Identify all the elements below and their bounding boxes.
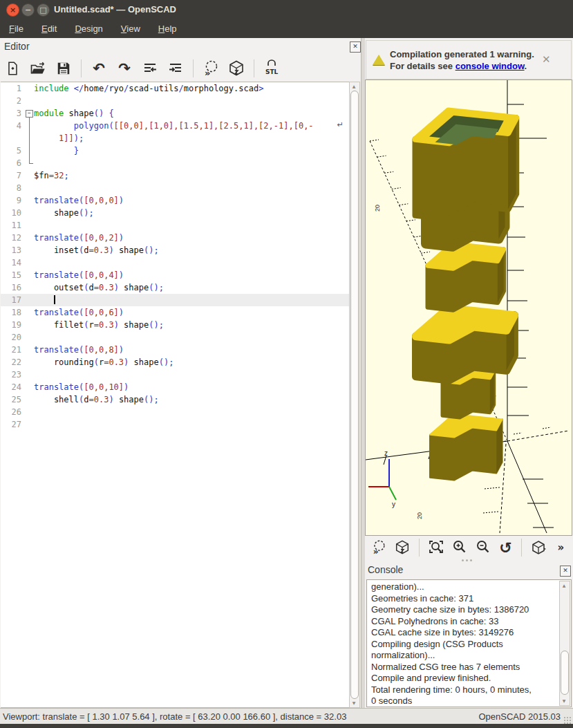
- code-row[interactable]: 13 inset(d=0.3) shape();: [1, 244, 349, 256]
- scroll-up-icon[interactable]: ▲: [350, 84, 358, 89]
- reset-view-icon: ↺: [499, 539, 511, 557]
- 3d-viewport[interactable]: 20 20 z y: [365, 80, 572, 536]
- zoom-in-button[interactable]: [451, 538, 468, 557]
- more-icon: »: [558, 541, 565, 554]
- indent-button[interactable]: [166, 59, 185, 78]
- code-row[interactable]: 7$fn=32;: [1, 169, 349, 182]
- zoom-out-button[interactable]: [475, 538, 491, 557]
- code-row[interactable]: 1include </home/ryo/scad-utils/morpholog…: [1, 82, 349, 95]
- warning-text-after: .: [525, 61, 527, 71]
- code-row[interactable]: 27: [1, 418, 349, 431]
- viewport-status-text: Viewport: translate = [ 1.30 1.07 5.64 ]…: [3, 711, 346, 722]
- menu-design[interactable]: Design: [66, 24, 111, 34]
- console-panel-title: Console: [368, 564, 403, 575]
- code-row[interactable]: 21translate([0,0,8]): [1, 344, 349, 356]
- save-file-button[interactable]: [54, 59, 73, 78]
- console-scrollbar-thumb[interactable]: [561, 651, 569, 695]
- reset-view-button[interactable]: ↺: [498, 538, 513, 557]
- shape-fillet: [428, 244, 504, 310]
- shape-outset: [416, 308, 514, 380]
- render-icon: [394, 539, 411, 556]
- menu-help[interactable]: Help: [149, 24, 186, 34]
- unindent-icon: [142, 60, 158, 77]
- code-editor[interactable]: 1include </home/ryo/scad-utils/morpholog…: [1, 82, 350, 708]
- perspective-button[interactable]: [530, 538, 547, 557]
- viewport-toolbar: » ↺: [365, 535, 571, 560]
- console-close-icon[interactable]: ✕: [560, 566, 571, 577]
- code-row[interactable]: 17: [1, 294, 349, 306]
- code-row[interactable]: 16 outset(d=0.3) shape();: [1, 281, 349, 294]
- console-splitter-handle[interactable]: [456, 559, 477, 563]
- new-file-button[interactable]: [3, 59, 22, 78]
- axis-tick-label: 20: [374, 205, 381, 212]
- export-stl-button[interactable]: STL: [262, 59, 281, 78]
- code-row[interactable]: 11: [1, 219, 349, 232]
- scroll-up-icon[interactable]: ▲: [560, 583, 568, 588]
- console-rows: generation)...Geometries in cache: 371Ge…: [371, 581, 558, 707]
- toolbar-more-button[interactable]: »: [554, 538, 568, 557]
- toolbar-separator: [521, 539, 522, 557]
- code-row[interactable]: 24translate([0,0,10]): [1, 381, 349, 393]
- window-close-button[interactable]: ×: [6, 3, 19, 17]
- editor-scrollbar-thumb[interactable]: [350, 91, 359, 699]
- console-log[interactable]: generation)...Geometries in cache: 371Ge…: [366, 579, 572, 707]
- open-file-button[interactable]: [28, 59, 48, 78]
- preview-button[interactable]: »: [201, 59, 220, 78]
- redo-button[interactable]: ↷: [115, 59, 134, 78]
- console-scrollbar[interactable]: ▲ ▼: [559, 581, 570, 706]
- console-window-link[interactable]: console window: [455, 61, 525, 71]
- code-row[interactable]: 3module shape() {: [1, 107, 349, 120]
- scroll-down-icon[interactable]: ▼: [350, 700, 358, 706]
- code-row[interactable]: 15translate([0,0,4]): [1, 269, 349, 281]
- menu-view[interactable]: View: [112, 24, 149, 34]
- warning-icon: [373, 55, 385, 65]
- warning-close-icon[interactable]: ✕: [542, 55, 551, 65]
- code-row[interactable]: 20: [1, 331, 349, 344]
- code-row[interactable]: 1]]);: [1, 132, 349, 144]
- code-row[interactable]: 14: [1, 256, 349, 269]
- preview-icon: »: [370, 539, 387, 556]
- code-row[interactable]: 10 shape();: [1, 207, 349, 219]
- render-button[interactable]: [227, 59, 246, 78]
- zoom-all-button[interactable]: [428, 538, 444, 557]
- indent-icon: [167, 60, 184, 77]
- code-row[interactable]: 2: [1, 95, 349, 107]
- vp-preview-button[interactable]: »: [370, 538, 387, 557]
- undo-button[interactable]: ↶: [89, 59, 109, 78]
- code-row[interactable]: 8: [1, 182, 349, 194]
- menu-edit[interactable]: Edit: [32, 24, 66, 34]
- window-maximize-button[interactable]: □: [37, 3, 50, 17]
- toolbar-separator: [254, 59, 254, 77]
- code-row[interactable]: 18translate([0,0,6]): [1, 306, 349, 319]
- code-row[interactable]: 12translate([0,0,2]): [1, 232, 349, 244]
- svg-text:»: »: [373, 547, 379, 556]
- code-row[interactable]: 22 rounding(r=0.3) shape();: [1, 356, 349, 368]
- line-wrap-icon: ↵: [337, 120, 344, 129]
- scroll-down-icon[interactable]: ▼: [560, 698, 568, 704]
- code-row[interactable]: 25 shell(d=0.3) shape();: [1, 393, 349, 406]
- zoom-in-icon: [451, 539, 468, 556]
- axis-tick-label: 20: [416, 512, 423, 519]
- code-row[interactable]: 9translate([0,0,0]): [1, 194, 349, 207]
- vp-render-button[interactable]: [394, 538, 411, 557]
- window-bottom-edge: [0, 724, 573, 728]
- y-axis-label: y: [392, 501, 395, 508]
- window-title: Untitled.scad* — OpenSCAD: [54, 3, 176, 16]
- statusbar: Viewport: translate = [ 1.30 1.07 5.64 ]…: [0, 708, 573, 725]
- code-row[interactable]: 19 fillet(r=0.3) shape();: [1, 319, 349, 331]
- undo-icon: ↶: [93, 60, 105, 77]
- window-minimize-button[interactable]: −: [21, 3, 35, 17]
- text-caret: [54, 295, 55, 304]
- new-file-icon: [5, 61, 20, 76]
- code-row[interactable]: 23: [1, 368, 349, 381]
- titlebar[interactable]: × − □ Untitled.scad* — OpenSCAD: [0, 0, 573, 19]
- code-row[interactable]: 5 }: [1, 144, 349, 157]
- editor-scrollbar[interactable]: ▲ ▼: [349, 82, 360, 708]
- code-row[interactable]: 4 polygon([[0,0],[1,0],[1.5,1],[2.5,1],[…: [1, 120, 349, 132]
- editor-close-icon[interactable]: ✕: [350, 41, 361, 53]
- menu-file[interactable]: File: [0, 24, 32, 34]
- unindent-button[interactable]: [140, 59, 160, 78]
- shape-shell: [415, 111, 516, 219]
- code-row[interactable]: 6: [1, 157, 349, 169]
- code-row[interactable]: 26: [1, 406, 349, 418]
